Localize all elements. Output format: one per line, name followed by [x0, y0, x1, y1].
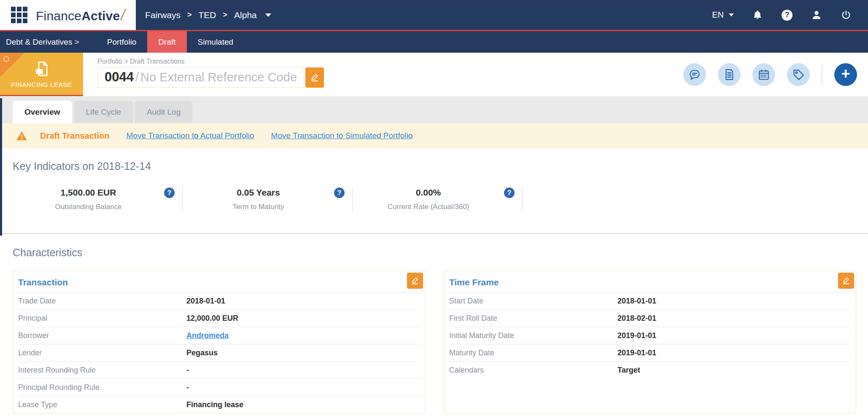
table-row: Lease Type Financing lease	[18, 396, 419, 413]
table-row: Maturity Date 2019-01-01	[449, 344, 850, 361]
row-label: Principal Rounding Rule	[18, 383, 186, 392]
row-value: Target	[617, 366, 640, 375]
question-icon[interactable]: ?	[164, 188, 175, 198]
row-value: 12,000.00 EUR	[186, 314, 238, 323]
chevron-down-icon[interactable]	[265, 13, 271, 17]
title-block: Portfolio > Draft Transactions 0044 / No…	[97, 53, 324, 96]
row-value: 2018-01-01	[186, 297, 225, 306]
card-title: Transaction	[18, 277, 419, 287]
power-icon[interactable]	[840, 9, 852, 21]
table-row: Calendars Target	[449, 361, 850, 378]
row-label: Calendars	[449, 366, 617, 375]
calendar-icon	[757, 68, 770, 81]
top-navbar: FinanceActive/ Fairways > TED > Alpha EN…	[0, 0, 868, 31]
row-value: 2019-01-01	[617, 349, 656, 357]
sub-navbar: Debt & Derivatives > Portfolio Draft Sim…	[0, 31, 868, 53]
reference-code-field[interactable]: 0044 / No External Reference Code	[97, 67, 304, 88]
table-row: Principal 12,000.00 EUR	[18, 309, 419, 327]
draft-transaction-label: Draft Transaction	[40, 131, 109, 141]
language-selector[interactable]: EN	[712, 10, 734, 20]
edit-icon	[841, 276, 851, 285]
breadcrumb-item-alpha[interactable]: Alpha	[234, 10, 257, 20]
indicator-outstanding-balance: 1,500.00 EUR Outstanding Balance ?	[13, 187, 183, 212]
table-row: Initial Maturity Date 2019-01-01	[449, 327, 850, 344]
row-label: Borrower	[18, 331, 186, 340]
indicator-value: 1,500.00 EUR	[13, 188, 164, 198]
comment-icon	[688, 68, 701, 81]
edit-time-frame-button[interactable]	[838, 273, 854, 289]
move-to-actual-link[interactable]: Move Transaction to Actual Portfolio	[126, 131, 254, 140]
edit-reference-button[interactable]	[305, 67, 324, 88]
calendar-button[interactable]	[752, 63, 775, 86]
badge-corner	[0, 53, 24, 77]
tag-icon	[792, 68, 805, 81]
transaction-card: Transaction Trade Date 2018-01-01 Princi…	[13, 271, 425, 413]
logo-text: FinanceActive/	[36, 6, 125, 24]
row-label: Lease Type	[18, 400, 186, 409]
subnav-item-portfolio[interactable]: Portfolio	[96, 31, 148, 53]
row-label: Principal	[18, 314, 186, 323]
row-value: -	[186, 383, 189, 392]
tags-button[interactable]	[787, 63, 810, 86]
row-value: 2019-01-01	[617, 331, 656, 340]
tab-audit-log[interactable]: Audit Log	[135, 101, 192, 123]
tab-life-cycle[interactable]: Life Cycle	[74, 101, 133, 123]
tab-bar: Overview Life Cycle Audit Log	[0, 97, 868, 123]
characteristics-title: Characteristics	[13, 247, 855, 259]
document-copy-icon	[33, 60, 51, 78]
card-title: Time Frame	[449, 277, 850, 287]
key-indicators-panel: Key Indicators on 2018-12-14 1,500.00 EU…	[0, 148, 868, 234]
row-label: Maturity Date	[449, 349, 617, 357]
table-row: Lender Pegasus	[18, 344, 419, 361]
comments-button[interactable]	[683, 63, 706, 86]
page-breadcrumb: Portfolio > Draft Transactions	[97, 58, 324, 65]
topnav-actions: EN ?	[712, 0, 868, 30]
row-value: Pegasus	[186, 349, 218, 357]
breadcrumb-separator: >	[187, 11, 192, 19]
time-frame-card: Time Frame Start Date 2018-01-01 First R…	[444, 271, 856, 413]
bell-icon[interactable]	[752, 9, 763, 21]
documents-button[interactable]	[718, 63, 741, 86]
row-label: Lender	[18, 349, 186, 357]
draft-warning-bar: Draft Transaction Move Transaction to Ac…	[0, 123, 868, 148]
row-value: -	[186, 366, 189, 375]
edit-transaction-button[interactable]	[407, 273, 423, 289]
edit-icon	[410, 276, 420, 285]
table-row: Trade Date 2018-01-01	[18, 292, 419, 309]
borrower-link[interactable]: Andromeda	[186, 331, 229, 340]
breadcrumb-item-ted[interactable]: TED	[199, 10, 216, 20]
page-header: FINANCING LEASE Portfolio > Draft Transa…	[0, 53, 868, 97]
row-label: First Roll Date	[449, 314, 617, 323]
row-label: Trade Date	[18, 297, 186, 306]
document-icon	[723, 68, 736, 81]
question-icon[interactable]: ?	[334, 188, 345, 198]
subnav-item-debt-derivatives[interactable]: Debt & Derivatives >	[0, 31, 96, 53]
breadcrumb-separator: >	[223, 11, 228, 19]
logo[interactable]: FinanceActive/	[0, 0, 136, 30]
apps-grid-icon[interactable]	[11, 7, 27, 23]
breadcrumb: Fairways > TED > Alpha	[145, 0, 271, 30]
subnav-item-draft[interactable]: Draft	[147, 31, 186, 53]
warning-icon	[16, 130, 27, 142]
tab-overview[interactable]: Overview	[13, 101, 72, 123]
key-indicators-title: Key Indicators on 2018-12-14	[13, 160, 868, 172]
help-icon[interactable]: ?	[781, 9, 793, 21]
table-row: Interest Rounding Rule -	[18, 361, 419, 378]
indicator-label: Term to Maturity	[183, 203, 334, 211]
indicator-label: Current Rate (Actual/360)	[353, 203, 504, 211]
header-actions: +	[683, 53, 868, 96]
logo-slash: /	[121, 6, 125, 24]
move-to-simulated-link[interactable]: Move Transaction to Simulated Portfolio	[271, 131, 413, 140]
table-row: First Roll Date 2018-02-01	[449, 309, 850, 327]
table-row: Borrower Andromeda	[18, 327, 419, 344]
badge-label: FINANCING LEASE	[11, 81, 72, 88]
spinner-icon	[3, 56, 9, 62]
transaction-number: 0044	[105, 70, 134, 85]
breadcrumb-item-fairways[interactable]: Fairways	[145, 10, 181, 20]
subnav-item-simulated[interactable]: Simulated	[187, 31, 245, 53]
question-icon[interactable]: ?	[504, 188, 515, 198]
actions-divider	[822, 65, 822, 84]
add-button[interactable]: +	[834, 63, 857, 86]
user-icon[interactable]	[811, 9, 822, 21]
indicator-value: 0.00%	[353, 188, 504, 198]
